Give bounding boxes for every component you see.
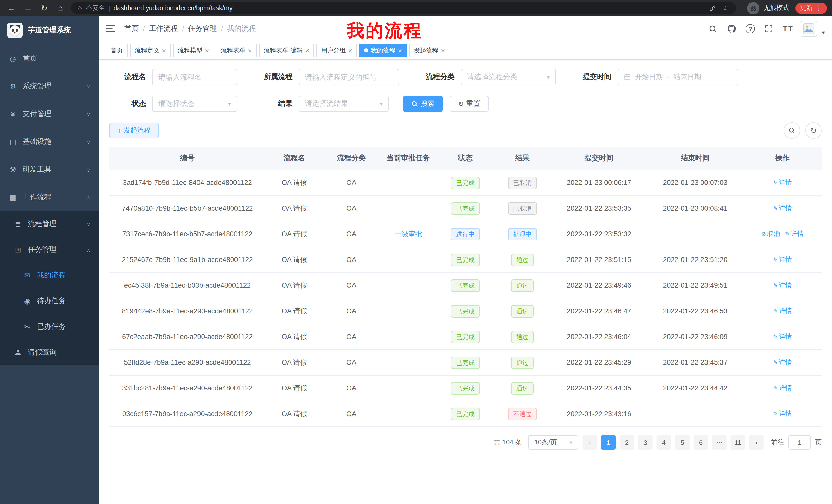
close-icon[interactable]: × [348, 47, 352, 54]
detail-link[interactable]: ✎详情 [773, 179, 791, 186]
update-button[interactable]: 更新 ⋮ [796, 2, 827, 13]
sidebar-toggle-icon[interactable] [106, 23, 117, 34]
toggle-search-icon[interactable] [784, 122, 800, 139]
page-button-4[interactable]: 4 [657, 435, 671, 450]
close-icon[interactable]: × [398, 47, 402, 54]
cell-submit-time: 2022-01-22 23:44:35 [551, 375, 647, 401]
avatar[interactable] [801, 21, 817, 37]
tab-user-group[interactable]: 用户分组 × [316, 44, 357, 57]
detail-link[interactable]: ✎详情 [773, 256, 791, 263]
category-select[interactable]: 请选择流程分类 ▾ [461, 69, 556, 85]
search-button[interactable]: 搜索 [403, 95, 443, 112]
help-icon[interactable]: ? [746, 24, 755, 33]
tab-process-model[interactable]: 流程模型 × [173, 44, 213, 57]
prev-page-button[interactable]: ‹ [582, 435, 597, 450]
sidebar-item-system[interactable]: ⚙ 系统管理 ∨ [0, 73, 99, 100]
process-name-input[interactable] [152, 69, 237, 85]
back-icon[interactable]: ← [5, 2, 18, 14]
detail-link[interactable]: ✎详情 [773, 282, 791, 289]
tab-process-form-edit[interactable]: 流程表单-编辑 × [259, 44, 314, 57]
tab-my-process[interactable]: 我的流程 × [359, 44, 407, 57]
current-task-link[interactable]: 一级审批 [394, 230, 422, 237]
tab-label: 流程表单 [220, 46, 245, 55]
sidebar-item-done-tasks[interactable]: ✂ 已办任务 [0, 314, 99, 340]
detail-link[interactable]: ✎详情 [773, 359, 791, 366]
fullscreen-icon[interactable] [764, 24, 774, 34]
close-icon[interactable]: × [248, 47, 252, 54]
sidebar-item-infrastructure[interactable]: ▤ 基础设施 ∨ [0, 128, 99, 156]
detail-link[interactable]: ✎详情 [785, 230, 804, 237]
filter-row-1: 流程名 所属流程 流程分类 请选择流程分类 ▾ [109, 69, 822, 85]
status-badge: 已完成 [451, 202, 480, 215]
sidebar-item-payment[interactable]: ¥ 支付管理 ∨ [0, 100, 99, 128]
reset-button[interactable]: ↻ 重置 [450, 95, 489, 112]
detail-link[interactable]: ✎详情 [773, 333, 791, 340]
page-button-2[interactable]: 2 [620, 435, 634, 450]
submit-time-range-picker[interactable]: 开始日期 - 结束日期 [618, 69, 738, 85]
page-button-5[interactable]: 5 [675, 435, 690, 450]
close-icon[interactable]: × [441, 47, 445, 54]
cell-id: 331bc281-7b9a-11ec-a290-acde48001122 [109, 375, 266, 401]
plus-icon: + [117, 127, 121, 134]
page-button-6[interactable]: 6 [694, 435, 708, 450]
parent-process-input[interactable] [299, 69, 399, 85]
create-process-button[interactable]: + 发起流程 [109, 123, 159, 138]
sidebar-item-leave-query[interactable]: 请假查询 [0, 340, 99, 365]
sidebar-item-task-management[interactable]: ⊞ 任务管理 ∧ [0, 237, 99, 262]
cell-end-time: 2022-01-22 23:51:20 [647, 247, 743, 273]
close-icon[interactable]: × [306, 47, 309, 54]
github-icon[interactable] [727, 24, 737, 34]
detail-link[interactable]: ✎详情 [773, 307, 791, 314]
sidebar-item-my-process[interactable]: ✉ 我的流程 [0, 262, 99, 288]
sidebar-item-process-management[interactable]: ≣ 流程管理 ∨ [0, 211, 99, 237]
sidebar-item-workflow[interactable]: ▦ 工作流程 ∧ [0, 184, 99, 211]
key-icon[interactable] [707, 3, 717, 12]
app-logo[interactable]: 芋道管理系统 [0, 16, 99, 45]
next-page-button[interactable]: › [749, 435, 763, 450]
breadcrumb-workflow[interactable]: 工作流程 [149, 24, 178, 33]
detail-link[interactable]: ✎详情 [773, 410, 791, 417]
url-text[interactable]: dashboard.yudao.iocoder.cn/bpm/task/my [114, 4, 233, 11]
detail-link[interactable]: ✎详情 [773, 384, 791, 391]
start-date-placeholder[interactable]: 开始日期 [635, 73, 663, 82]
status-select[interactable]: 请选择状态 ▾ [152, 95, 237, 112]
breadcrumb-home[interactable]: 首页 [125, 24, 139, 33]
sidebar-item-todo-tasks[interactable]: ◉ 待办任务 [0, 288, 99, 314]
address-bar[interactable]: ⚠ 不安全 | dashboard.yudao.iocoder.cn/bpm/t… [71, 2, 736, 14]
cell-actions: ⊘取消✎详情 [743, 221, 822, 247]
tab-process-definition[interactable]: 流程定义 × [130, 44, 171, 57]
sidebar-item-label: 系统管理 [23, 82, 51, 91]
goto-page-input[interactable] [788, 435, 811, 450]
breadcrumb-task-management[interactable]: 任务管理 [188, 24, 217, 33]
close-icon[interactable]: × [162, 47, 166, 54]
font-size-icon[interactable]: T T [783, 25, 792, 33]
refresh-table-icon[interactable]: ↻ [805, 122, 822, 139]
bookmark-star-icon[interactable]: ☆ [721, 3, 730, 12]
detail-link[interactable]: ✎详情 [773, 204, 791, 212]
page-button-11[interactable]: 11 [731, 435, 745, 450]
eye-icon: ◉ [23, 297, 32, 305]
chevron-down-icon: ∨ [87, 139, 90, 145]
tab-home[interactable]: 首页 [106, 44, 128, 57]
avatar-caret-icon[interactable]: ▾ [822, 29, 825, 37]
page-button-1[interactable]: 1 [601, 435, 616, 450]
tab-initiate-process[interactable]: 发起流程 × [409, 44, 449, 57]
close-icon[interactable]: × [205, 47, 209, 54]
cancel-link[interactable]: ⊘取消 [761, 230, 780, 237]
browser-toolbar: ← → ↻ ⌂ ⚠ 不安全 | dashboard.yudao.iocoder.… [0, 0, 832, 16]
forward-icon[interactable]: → [22, 2, 34, 14]
home-icon[interactable]: ⌂ [54, 2, 67, 14]
page-button-3[interactable]: 3 [638, 435, 653, 450]
table-row: 52ffd28e-7b9a-11ec-a290-acde48001122 OA … [109, 349, 822, 375]
page-size-select[interactable]: 10条/页 ▾ [528, 435, 578, 450]
result-select[interactable]: 请选择流结果 ▾ [299, 95, 389, 112]
search-icon[interactable] [708, 24, 718, 34]
sidebar-item-devtools[interactable]: ⚒ 研发工具 ∨ [0, 156, 99, 184]
browser-menu-icon[interactable]: ⋮ [815, 4, 822, 12]
warning-icon[interactable]: ⚠ [77, 4, 83, 11]
sidebar-item-home[interactable]: ◷ 首页 [0, 45, 99, 73]
tab-process-form[interactable]: 流程表单 × [216, 44, 256, 57]
end-date-placeholder[interactable]: 结束日期 [673, 73, 701, 82]
page-ellipsis[interactable]: ⋯ [712, 435, 727, 450]
reload-icon[interactable]: ↻ [38, 2, 50, 14]
